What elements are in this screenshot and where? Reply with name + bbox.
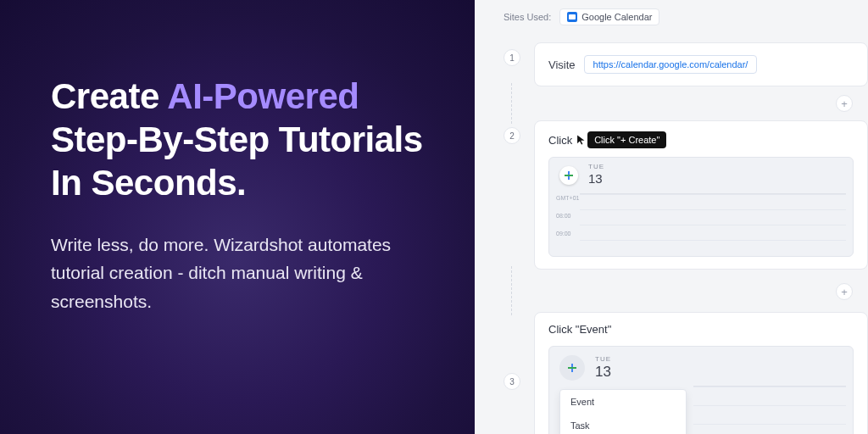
step-3-card[interactable]: Click "Event" TUE 13 Event Task (534, 312, 868, 434)
time-row: 09:00 (556, 231, 579, 236)
site-chip-label: Google Calendar (581, 12, 652, 22)
hero-h1-accent: AI-Powered (167, 76, 359, 116)
create-menu: Event Task (559, 389, 687, 434)
step-3-title: Click "Event" (548, 323, 854, 336)
add-step-button[interactable]: + (836, 95, 853, 112)
menu-item-task[interactable]: Task (560, 414, 686, 434)
hero-h1-a: Create (51, 76, 167, 116)
menu-item-event[interactable]: Event (560, 390, 686, 414)
connector-2-3: + (504, 270, 868, 312)
step-2-title-prefix: Click (548, 134, 572, 147)
plus-multicolor-icon (568, 364, 576, 372)
hero-h1-b: Step-By-Step Tutorials In Seconds. (51, 120, 423, 203)
step-2-tooltip: Click "+ Create" (587, 131, 666, 148)
step-1-number: 1 (504, 49, 520, 66)
sites-used-label: Sites Used: (504, 12, 551, 22)
time-row: GMT+01 (556, 195, 579, 201)
day-abbrev: TUE (595, 355, 611, 363)
sites-used-row: Sites Used: Google Calendar (504, 8, 868, 25)
google-calendar-icon (567, 12, 577, 22)
connector-1-2: + (504, 86, 868, 120)
add-step-button[interactable]: + (836, 283, 853, 300)
hero-panel: Create AI-Powered Step-By-Step Tutorials… (0, 0, 475, 434)
step-2-screenshot: TUE 13 GMT+01 08:00 09:00 (548, 157, 854, 257)
step-2-number: 2 (504, 127, 520, 144)
time-column: GMT+01 08:00 09:00 (556, 195, 579, 236)
create-fab-icon (559, 355, 585, 381)
step-3-screenshot: TUE 13 Event Task (548, 346, 854, 434)
hero-headline: Create AI-Powered Step-By-Step Tutorials… (51, 75, 432, 205)
step-1: 1 Visite https://calendar.google.com/cal… (504, 42, 868, 86)
app-preview: Sites Used: Google Calendar 1 Visite htt… (475, 0, 868, 434)
step-1-url[interactable]: https://calendar.google.com/calendar/ (584, 55, 758, 74)
calendar-grid (580, 193, 846, 249)
step-3-number: 3 (504, 373, 520, 390)
create-fab-icon (559, 166, 578, 185)
site-chip-google-calendar[interactable]: Google Calendar (559, 8, 659, 25)
day-number: 13 (595, 364, 611, 381)
calendar-grid (693, 386, 846, 434)
plus-multicolor-icon (565, 171, 573, 180)
step-1-card[interactable]: Visite https://calendar.google.com/calen… (534, 42, 868, 86)
step-3: 3 Click "Event" TUE 13 Event Task (504, 312, 868, 434)
hero-subcopy: Write less, do more. Wizardshot automate… (51, 231, 415, 316)
time-row: 08:00 (556, 213, 579, 219)
step-2-card[interactable]: Click Click "+ Create" TUE 13 GMT+01 08:… (534, 120, 868, 270)
step-2-title: Click Click "+ Create" (548, 131, 854, 148)
step-1-action-label: Visite (548, 58, 576, 71)
step-2: 2 Click Click "+ Create" TUE 13 (504, 120, 868, 270)
day-abbrev: TUE (588, 163, 604, 170)
cursor-icon (576, 134, 587, 146)
day-number: 13 (588, 171, 603, 186)
